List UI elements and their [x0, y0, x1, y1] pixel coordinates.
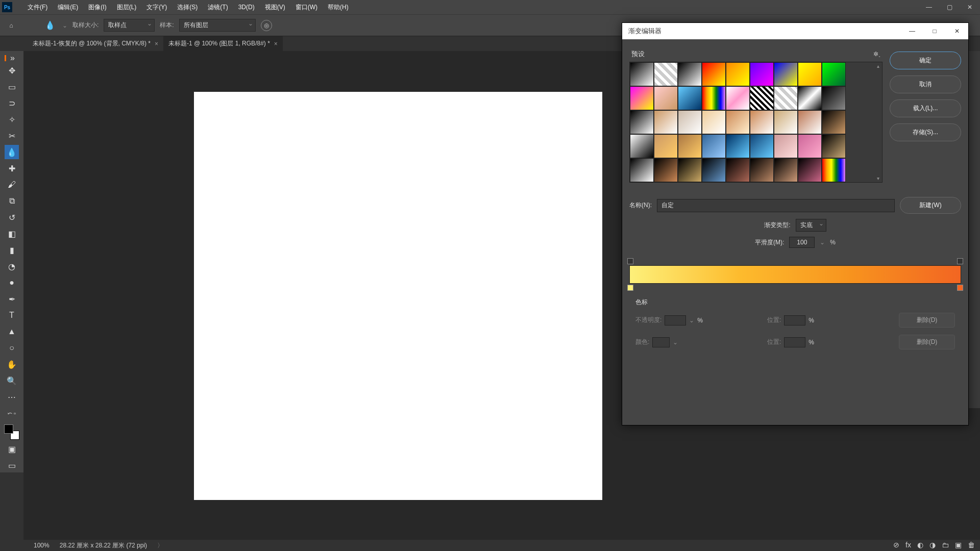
path-select-tool[interactable]: ▲	[5, 324, 19, 339]
minimize-button[interactable]: —	[919, 0, 939, 14]
preset-swatch[interactable]	[654, 86, 678, 110]
color-stop-left[interactable]	[627, 285, 633, 291]
preset-swatch[interactable]	[678, 134, 702, 158]
collapse-icon[interactable]: »	[5, 55, 19, 61]
preset-swatch[interactable]	[702, 134, 726, 158]
ring-icon[interactable]: ◎	[261, 20, 272, 31]
new-layer-icon[interactable]: ▣	[955, 541, 962, 549]
position-input[interactable]	[784, 315, 805, 325]
quickmask-tool[interactable]: ▣	[5, 442, 19, 456]
trash-icon[interactable]: 🗑	[968, 541, 975, 549]
zoom-tool[interactable]: 🔍	[5, 373, 19, 388]
home-icon[interactable]: ⌂	[5, 19, 17, 32]
preset-swatch[interactable]	[726, 86, 750, 110]
position-input[interactable]	[784, 337, 805, 347]
preset-swatch[interactable]	[702, 86, 726, 110]
preset-swatch[interactable]	[798, 158, 822, 182]
preset-swatch[interactable]	[774, 62, 798, 86]
menu-file[interactable]: 文件(F)	[22, 3, 53, 12]
preset-swatch[interactable]	[654, 62, 678, 86]
preset-swatch[interactable]	[750, 134, 774, 158]
preset-swatch[interactable]	[654, 110, 678, 134]
link-icon[interactable]: ⊘	[893, 541, 899, 549]
zoom-readout[interactable]: 100%	[34, 542, 50, 549]
adjustment-icon[interactable]: ◑	[929, 541, 936, 549]
type-tool[interactable]: T	[5, 308, 19, 322]
lasso-tool[interactable]: ⊃	[5, 96, 19, 110]
preset-swatch[interactable]	[822, 86, 846, 110]
eyedropper-icon[interactable]: 💧	[43, 18, 57, 33]
preset-swatch[interactable]	[822, 110, 846, 134]
eyedropper-tool[interactable]: 💧	[5, 145, 19, 159]
wand-tool[interactable]: ✧	[5, 112, 19, 127]
canvas[interactable]	[194, 92, 602, 500]
dodge-tool[interactable]: ●	[5, 276, 19, 290]
preset-swatch[interactable]	[798, 62, 822, 86]
dialog-titlebar[interactable]: 渐变编辑器 — □ ✕	[622, 23, 968, 39]
folder-icon[interactable]: 🗀	[942, 541, 949, 549]
smoothness-input[interactable]	[789, 237, 815, 248]
color-stop-right[interactable]	[957, 285, 963, 291]
load-button[interactable]: 载入(L)...	[890, 99, 961, 117]
preset-swatch[interactable]	[774, 110, 798, 134]
sample-select[interactable]: 所有图层	[179, 19, 256, 32]
dialog-close-button[interactable]: ✕	[946, 23, 968, 39]
crop-tool[interactable]: ✂	[5, 129, 19, 143]
preset-swatch[interactable]	[774, 158, 798, 182]
history-brush-tool[interactable]: ↺	[5, 210, 19, 224]
more-tools[interactable]: ⋯	[5, 390, 19, 404]
blur-tool[interactable]: ◔	[5, 259, 19, 273]
gradient-editor-track[interactable]	[622, 253, 968, 293]
brush-tool[interactable]: 🖌	[5, 178, 19, 192]
move-tool[interactable]: ✥	[5, 63, 19, 78]
preset-swatch[interactable]	[702, 110, 726, 134]
preset-swatch[interactable]	[726, 62, 750, 86]
preset-swatch[interactable]	[654, 158, 678, 182]
menu-layer[interactable]: 图层(L)	[112, 3, 142, 12]
tab-doc-1[interactable]: 未标题-1-恢复的 @ 100% (背景, CMYK/8) *×	[28, 36, 163, 51]
sample-size-select[interactable]: 取样点	[104, 19, 155, 32]
cancel-button[interactable]: 取消	[890, 76, 961, 93]
ok-button[interactable]: 确定	[890, 52, 961, 69]
mask-icon[interactable]: ◐	[917, 541, 923, 549]
gradient-tool[interactable]: ▮	[5, 243, 19, 257]
pen-tool[interactable]: ✒	[5, 292, 19, 306]
preset-swatch[interactable]	[726, 158, 750, 182]
hand-tool[interactable]: ✋	[5, 357, 19, 371]
dialog-maximize-button[interactable]: □	[923, 23, 946, 39]
menu-3d[interactable]: 3D(D)	[233, 4, 260, 11]
dialog-minimize-button[interactable]: —	[901, 23, 923, 39]
opacity-stop-right[interactable]	[957, 258, 963, 264]
menu-image[interactable]: 图像(I)	[83, 3, 111, 12]
preset-swatch[interactable]	[678, 86, 702, 110]
preset-swatch[interactable]	[822, 134, 846, 158]
preset-swatch[interactable]	[822, 158, 846, 182]
close-button[interactable]: ✕	[960, 0, 980, 14]
right-panel-strip[interactable]	[969, 51, 980, 408]
menu-window[interactable]: 窗口(W)	[290, 3, 323, 12]
preset-swatch[interactable]	[630, 158, 654, 182]
menu-view[interactable]: 视图(V)	[260, 3, 290, 12]
preset-swatch[interactable]	[774, 86, 798, 110]
preset-swatch[interactable]	[726, 110, 750, 134]
gradient-type-select[interactable]: 实底	[796, 219, 826, 232]
preset-swatch[interactable]	[750, 110, 774, 134]
preset-swatch[interactable]	[798, 86, 822, 110]
chevron-down-icon[interactable]: ⌄	[62, 22, 67, 29]
healing-tool[interactable]: ✚	[5, 161, 19, 176]
preset-swatch[interactable]	[798, 134, 822, 158]
shape-tool[interactable]: ○	[5, 341, 19, 355]
preset-swatch[interactable]	[822, 62, 846, 86]
delete-color-stop-button[interactable]: 删除(D)	[899, 335, 955, 349]
preset-swatch[interactable]	[630, 86, 654, 110]
preset-swatch[interactable]	[678, 158, 702, 182]
name-input[interactable]	[657, 199, 895, 212]
stamp-tool[interactable]: ⧉	[5, 194, 19, 208]
menu-help[interactable]: 帮助(H)	[323, 3, 354, 12]
fx-icon[interactable]: fx	[905, 541, 911, 549]
preset-scrollbar[interactable]: ▴▾	[874, 62, 882, 182]
preset-swatch[interactable]	[630, 110, 654, 134]
preset-swatch[interactable]	[630, 62, 654, 86]
screenmode-tool[interactable]: ▭	[5, 458, 19, 472]
gradient-bar[interactable]	[629, 265, 961, 284]
